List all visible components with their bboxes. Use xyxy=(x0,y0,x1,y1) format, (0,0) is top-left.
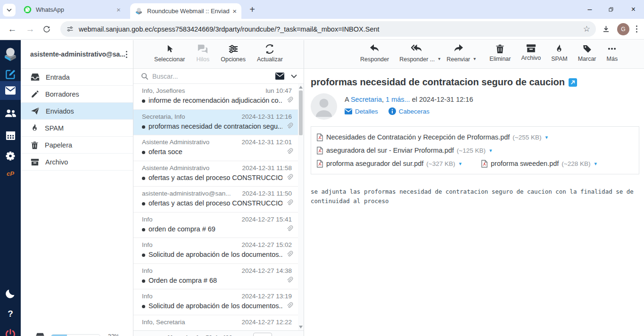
roundcube-logo xyxy=(0,46,21,62)
folder-archivo[interactable]: Archivo xyxy=(21,154,133,171)
folder-entrada[interactable]: Entrada xyxy=(21,69,133,86)
unread-dot xyxy=(142,177,145,180)
folder-enviados-selected[interactable]: Enviados xyxy=(21,103,133,120)
details-link[interactable]: Detalles xyxy=(355,108,378,115)
attachment[interactable]: proforma asegurador del sur.pdf (~327 KB… xyxy=(317,160,462,168)
tab-whatsapp[interactable]: WhatsApp × xyxy=(19,0,125,19)
scrollbar-thumb[interactable] xyxy=(299,90,303,135)
reply-icon xyxy=(369,44,380,54)
select-button[interactable]: Seleccionar xyxy=(154,44,185,68)
logout-button[interactable] xyxy=(0,328,21,336)
more-button[interactable]: Más xyxy=(602,44,623,68)
message-row[interactable]: Info2024-12-27 14:38 Orden de compra # 6… xyxy=(133,264,298,290)
dark-mode-button[interactable] xyxy=(0,288,21,299)
tab-roundcube-active[interactable]: Roundcube Webmail :: Enviados × xyxy=(130,3,241,19)
search-icon xyxy=(141,73,149,80)
help-button[interactable]: ? xyxy=(0,309,21,319)
attachment-menu-caret[interactable]: ▾ xyxy=(545,134,548,140)
window-minimize-button[interactable]: – xyxy=(581,0,598,19)
browser-menu-button[interactable] xyxy=(636,25,637,33)
folder-papelera[interactable]: Papelera xyxy=(21,137,133,154)
first-page-button[interactable]: « xyxy=(141,333,145,336)
open-in-new-icon[interactable] xyxy=(569,78,577,87)
site-settings-icon[interactable] xyxy=(66,25,74,33)
forward-icon xyxy=(453,44,464,54)
rail-mail-button-selected[interactable] xyxy=(0,81,21,100)
forward-button[interactable]: → xyxy=(25,24,36,34)
prev-page-button[interactable]: ‹ xyxy=(156,333,159,336)
search-scope-chevron-icon[interactable] xyxy=(291,74,297,78)
spam-button[interactable]: SPAM xyxy=(546,44,573,68)
pdf-file-icon xyxy=(317,160,323,168)
window-restore-button[interactable] xyxy=(603,0,619,19)
tab-title-fade xyxy=(115,0,125,19)
last-page-button[interactable]: » xyxy=(293,333,297,336)
folder-spam[interactable]: SPAM xyxy=(21,120,133,137)
contacts-icon xyxy=(4,108,17,118)
archive-button[interactable]: Archivo xyxy=(516,44,546,68)
rail-contacts-button[interactable] xyxy=(0,108,21,118)
attachment-menu-caret[interactable]: ▾ xyxy=(594,161,597,167)
message-subject: proformas necesidad de contratacion segu… xyxy=(311,77,565,88)
page-number-input[interactable] xyxy=(253,333,272,336)
attachment[interactable]: Necesidades de Contratación y Recepción … xyxy=(317,133,548,141)
rail-calendar-button[interactable] xyxy=(0,130,21,141)
mark-button[interactable]: Marcar xyxy=(573,44,602,68)
search-input[interactable] xyxy=(152,73,275,80)
forward-menu-caret[interactable]: ▾ xyxy=(473,56,476,61)
reply-all-menu-caret[interactable]: ▾ xyxy=(438,56,440,61)
attachment[interactable]: proforma sweeden.pdf (~228 KB) ▾ xyxy=(481,160,597,168)
browser-profile-avatar[interactable]: G xyxy=(617,23,629,35)
trash-icon xyxy=(495,44,504,54)
more-recipients-link[interactable]: 1 más... xyxy=(386,96,410,103)
message-row[interactable]: Info2024-12-27 13:19 Solicitud de aproba… xyxy=(133,289,298,315)
reply-button[interactable]: Responder xyxy=(355,44,394,68)
forward-button[interactable]: Reenviar xyxy=(441,44,475,68)
message-row[interactable]: Asistente Administrativo2024-12-31 11:58… xyxy=(133,161,298,187)
message-header: A Secretaria, 1 más... el 2024-12-31 12:… xyxy=(311,93,644,120)
message-row-selected[interactable]: Secretaria, Info2024-12-31 12:16 proform… xyxy=(133,110,298,136)
message-envelope-icon[interactable] xyxy=(275,73,284,80)
refresh-button[interactable]: Actualizar xyxy=(257,44,283,68)
headers-link[interactable]: Cabeceras xyxy=(399,108,429,115)
next-page-button[interactable]: › xyxy=(281,333,284,336)
attachment-menu-caret[interactable]: ▾ xyxy=(489,148,492,154)
subject-row: proformas necesidad de contratacion segu… xyxy=(304,69,644,88)
calendar-icon xyxy=(5,130,16,141)
window-close-button[interactable]: × xyxy=(623,0,644,19)
message-row[interactable]: Info, Josefloreslun 10:47 informe de rec… xyxy=(133,84,298,110)
delete-button[interactable]: Eliminar xyxy=(484,44,516,68)
reply-all-button[interactable]: Responder ... xyxy=(394,44,440,68)
account-menu-button[interactable] xyxy=(126,51,127,58)
message-row[interactable]: Asistente Administrativo2024-12-31 12:01… xyxy=(133,135,298,161)
gear-icon xyxy=(5,150,16,162)
bookmark-star-icon[interactable]: ☆ xyxy=(583,24,590,34)
attachment-menu-caret[interactable]: ▾ xyxy=(459,161,462,167)
message-row[interactable]: Info, Secretaria2024-12-27 12:22 xyxy=(133,315,298,331)
folder-borradores[interactable]: Borradores xyxy=(21,86,133,103)
rail-settings-button[interactable] xyxy=(0,150,21,162)
message-row[interactable]: asistente-administrativo@san...2024-12-3… xyxy=(133,187,298,213)
list-scrollbar[interactable] xyxy=(298,84,304,330)
options-button[interactable]: Opciones xyxy=(221,44,246,68)
address-bar[interactable]: webmail.sanjuan.gob.ec/cpsess7583424669/… xyxy=(60,21,596,37)
reload-button[interactable] xyxy=(42,25,54,33)
scroll-down-arrow[interactable] xyxy=(299,326,303,328)
close-tab-icon[interactable]: × xyxy=(232,8,237,15)
message-row[interactable]: Info2024-12-27 15:41 orden de compra # 6… xyxy=(133,213,298,238)
rail-cpanel-button[interactable]: cP xyxy=(0,170,21,177)
recipient-link[interactable]: Secretaria xyxy=(351,96,382,103)
compose-button[interactable] xyxy=(0,68,21,80)
tab-list-button[interactable] xyxy=(3,4,16,16)
threads-button[interactable]: Hilos xyxy=(196,44,209,68)
scroll-up-arrow[interactable] xyxy=(299,86,303,89)
downloads-button[interactable] xyxy=(602,25,611,33)
attachment[interactable]: aseguradora del sur - Enviar Proforma.pd… xyxy=(317,147,492,155)
message-row[interactable]: Info2024-12-27 15:02 Solicitud de aproba… xyxy=(133,238,298,264)
send-icon xyxy=(31,107,40,115)
tab-title: Roundcube Webmail :: Enviados xyxy=(147,8,230,15)
back-button[interactable]: ← xyxy=(7,24,18,34)
reload-icon xyxy=(42,25,51,33)
new-tab-button[interactable]: + xyxy=(246,3,259,16)
archive-icon xyxy=(526,44,536,53)
